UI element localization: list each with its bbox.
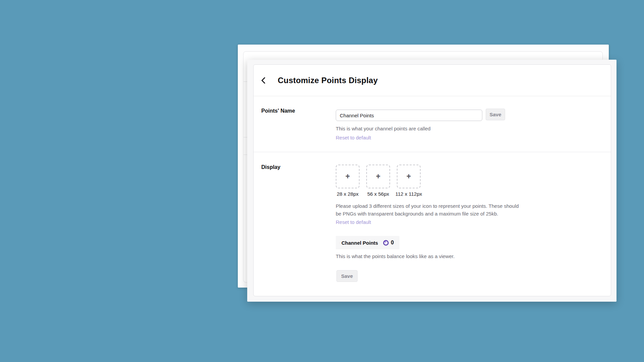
upload-instructions: Please upload 3 different sizes of your … [336,202,524,218]
section-divider [254,152,611,152]
header-divider [254,96,611,96]
upload-box-112px[interactable]: + [397,165,421,188]
channel-points-coin-icon [383,240,389,246]
chevron-left-icon [261,77,265,84]
size-label-56: 56 x 56px [366,191,390,197]
preview-points-balance: 0 [391,240,394,246]
icon-size-labels: 28 x 28px 56 x 56px 112 x 112px [336,191,421,197]
plus-icon: + [376,173,380,180]
icon-upload-row: + + + [336,165,421,188]
size-label-28: 28 x 28px [336,191,360,197]
upload-box-28px[interactable]: + [336,165,360,188]
points-name-label: Points' Name [261,108,295,114]
customize-points-panel: Customize Points Display Points' Name Sa… [247,60,616,302]
display-label: Display [261,164,280,170]
upload-box-56px[interactable]: + [366,165,390,188]
points-balance-preview: Channel Points 0 [336,236,399,249]
size-label-112: 112 x 112px [397,191,421,197]
points-name-reset-link[interactable]: Reset to default [336,135,371,140]
points-name-input[interactable] [336,110,482,121]
panel-title: Customize Points Display [278,76,378,85]
display-reset-link[interactable]: Reset to default [336,219,371,225]
points-name-helper: This is what your channel points are cal… [336,126,431,131]
plus-icon: + [345,173,350,180]
points-name-save-button[interactable]: Save [486,109,505,120]
display-save-button[interactable]: Save [336,270,358,282]
desktop-background: Customize Points Display Points' Name Sa… [0,0,644,362]
plus-icon: + [407,173,411,180]
back-button[interactable] [258,75,268,85]
preview-caption: This is what the points balance looks li… [336,253,454,259]
customize-points-card: Customize Points Display Points' Name Sa… [253,64,611,296]
preview-points-name: Channel Points [341,240,378,246]
panel-header: Customize Points Display [254,65,611,96]
